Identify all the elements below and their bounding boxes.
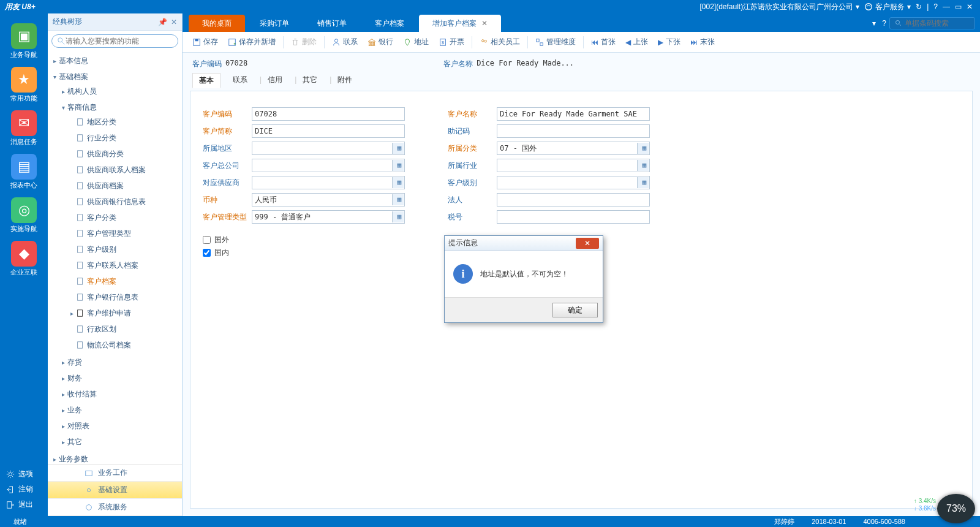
tree-leaf[interactable]: 供应商档案 [69,179,182,192]
bank-button[interactable]: 银行 [368,37,393,47]
tree-node-biz[interactable]: ▸业务 [60,403,182,417]
ctab-contact[interactable]: 联系 [221,73,254,88]
tree-node-basicinfo[interactable]: ▸基本信息 [51,54,182,67]
first-button[interactable]: ⏮首张 [591,37,616,47]
tree-leaf[interactable]: 客户管理类型 [69,227,182,240]
input-mtype[interactable]: 999 - 普通客户 [252,210,405,224]
net-monitor-widget[interactable]: 73% [937,494,975,523]
last-button[interactable]: ⏭末张 [690,37,715,47]
input-area[interactable] [252,142,405,155]
help-icon[interactable]: ? [882,19,886,28]
help-icon[interactable]: ? [933,2,938,11]
sidebar-item-fav[interactable]: ★ 常用功能 [6,67,42,103]
input-currency[interactable]: 人民币 [252,193,405,207]
tab-addcust[interactable]: 增加客户档案✕ [419,15,501,32]
service-label[interactable]: 客户服务 [875,2,905,12]
input-hq[interactable] [252,159,405,172]
dimension-button[interactable]: 管理维度 [535,37,576,47]
tree-leaf[interactable]: 客户级别 [69,243,182,256]
tree-leaf[interactable]: 客户联系人档案 [69,259,182,272]
tree-node-org[interactable]: ▸机构人员 [60,85,182,98]
minimize-button[interactable]: — [943,2,950,11]
ctab-credit[interactable]: 信用 [254,73,288,88]
tree-search[interactable] [51,34,178,48]
file-icon [76,213,85,222]
tree-leaf[interactable]: 供应商银行信息表 [69,195,182,208]
save-add-button[interactable]: 保存并新增 [228,37,276,47]
next-button[interactable]: ▶下张 [658,37,680,47]
tab-desktop[interactable]: 我的桌面 [189,15,245,32]
sidebar-item-msg[interactable]: ✉ 消息任务 [6,110,42,146]
tab-close-icon[interactable]: ✕ [481,19,488,28]
tree-leaf[interactable]: 客户分类 [69,211,182,224]
tree-leaf[interactable]: 物流公司档案 [69,338,182,352]
tree-node-cust[interactable]: ▾客商信息 [60,100,182,114]
tree-search-input[interactable] [66,37,173,45]
input-level[interactable] [497,176,650,189]
alert-dialog: 提示信息 ✕ i 地址是默认值，不可为空！ 确定 [444,235,603,323]
tree-leaf[interactable]: 客户档案 [69,275,182,288]
option-button[interactable]: 选项 [0,466,48,482]
contact-button[interactable]: 联系 [332,37,358,47]
tree-node-other[interactable]: ▸其它 [60,435,182,449]
status-date: 2018-03-01 [812,518,846,525]
input-tax[interactable] [497,210,650,224]
input-short[interactable]: DICE [252,124,405,138]
input-supplier[interactable] [252,176,405,189]
input-industry[interactable] [497,159,650,172]
tree-leaf[interactable]: 行政区划 [69,322,182,336]
prev-button[interactable]: ◀上张 [625,37,648,47]
address-button[interactable]: 地址 [403,37,429,47]
treefoot-setting[interactable]: 基础设置 [48,482,182,499]
close-panel-icon[interactable]: ✕ [171,18,177,26]
sidebar-item-biznav[interactable]: ▣ 业务导航 [6,23,42,59]
treefoot-service[interactable]: 系统服务 [48,499,182,516]
company-dropdown-icon[interactable]: ▾ [856,2,859,11]
tree-node-contrast[interactable]: ▸对照表 [60,419,182,433]
sidebar-item-report[interactable]: ▤ 报表中心 [6,154,42,190]
invoice-button[interactable]: $开票 [439,37,464,47]
sidebar-item-impl[interactable]: ◎ 实施导航 [6,197,42,233]
treefoot-work[interactable]: 业务工作 [48,464,182,482]
barcode-search-input[interactable] [905,19,970,28]
tab-custfile[interactable]: 客户档案 [361,15,418,32]
tree-node-bizparam[interactable]: ▸业务参数 [51,452,182,464]
input-mnemonic[interactable] [497,124,650,138]
tab-purchase[interactable]: 采购订单 [246,15,303,32]
input-code[interactable]: 07028 [252,107,405,121]
tree-leaf[interactable]: 地区分类 [69,115,182,129]
input-name[interactable]: Dice For Ready Made Garment SAE [497,107,650,121]
pin-icon[interactable]: 📌 [158,18,167,26]
tree-leaf[interactable]: 行业分类 [69,131,182,145]
titlebar: 用友 U8+ [002](default)江苏诺欣实业有限公司广州分公司 ▾ 客… [0,0,980,13]
tree-leaf[interactable]: 客户银行信息表 [69,290,182,304]
tree-node-receipt[interactable]: ▸收付结算 [60,387,182,401]
refresh-icon[interactable]: ↻ [916,2,922,11]
save-add-icon [228,38,236,47]
tree-leaf[interactable]: ▸客户维护申请 [69,306,182,320]
ctab-attach[interactable]: 附件 [323,73,358,88]
barcode-search[interactable] [889,17,975,29]
staff-button[interactable]: 相关员工 [480,37,520,47]
tree-node-inventory[interactable]: ▸存货 [60,355,182,369]
sidebar-item-connect[interactable]: ◆ 企业互联 [6,241,42,277]
label-legal: 法人 [448,195,497,205]
tab-dropdown-icon[interactable]: ▾ [872,19,876,28]
tree-node-finance[interactable]: ▸财务 [60,371,182,385]
ctab-other[interactable]: 其它 [288,73,323,88]
tree-node-basicfile[interactable]: ▾基础档案 [51,70,182,83]
logout-button[interactable]: 注销 [0,482,48,497]
input-legal[interactable] [497,193,650,207]
dialog-ok-button[interactable]: 确定 [552,303,598,317]
service-dropdown-icon[interactable]: ▾ [907,2,911,11]
close-button[interactable]: ✕ [967,2,973,11]
exit-button[interactable]: 退出 [0,497,48,512]
ctab-basic[interactable]: 基本 [192,73,221,88]
tree-leaf[interactable]: 供应商联系人档案 [69,163,182,176]
tab-sale[interactable]: 销售订单 [304,15,360,32]
save-button[interactable]: 保存 [192,37,218,47]
dialog-close-button[interactable]: ✕ [576,238,599,249]
maximize-button[interactable]: ▭ [955,2,962,11]
input-cat[interactable]: 07 - 国外 [497,142,650,155]
tree-leaf[interactable]: 供应商分类 [69,147,182,161]
